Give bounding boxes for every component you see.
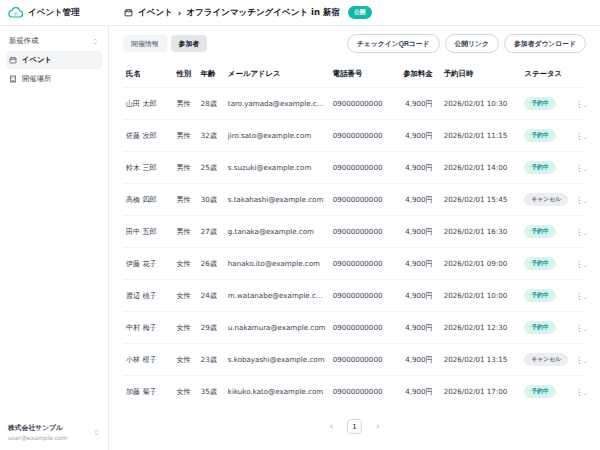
svg-text:p: p (14, 10, 17, 17)
kebab-menu-icon[interactable]: ⋮ (572, 312, 586, 344)
cell-email: m.watanabe@example.com (225, 280, 330, 312)
cell-age: 35歳 (198, 376, 225, 408)
cell-phone: 09000000000 (330, 216, 397, 248)
status-badge: 予約中 (524, 321, 555, 334)
tab-event-info[interactable]: 開催情報 (123, 35, 167, 52)
cell-reserved-at: 2026/02/01 17:00 (441, 376, 522, 408)
cell-status: 予約中 (521, 120, 571, 152)
kebab-menu-icon[interactable]: ⋮ (572, 376, 586, 408)
cell-phone: 09000000000 (330, 248, 397, 280)
download-participants-button[interactable]: 参加者ダウンロード (504, 34, 586, 53)
col-fee: 参加料金 (396, 61, 440, 88)
app-window: p イベント管理 イベント › オフラインマッチングイベント in 新宿 公開 … (0, 0, 600, 450)
breadcrumb: イベント › オフラインマッチングイベント in 新宿 公開 (109, 6, 372, 19)
cell-status: 予約中 (521, 152, 571, 184)
cell-email: s.kobayashi@example.com (225, 344, 330, 376)
tab-bar: 開催情報 参加者 (123, 35, 207, 52)
page-number[interactable]: 1 (347, 419, 362, 434)
table-row: 加藤 菊子女性35歳kikuko.kato@example.com0900000… (123, 376, 586, 408)
cell-name: 田中 五郎 (123, 216, 173, 248)
table-row: 山田 太郎男性28歳taro.yamada@example.com0900000… (123, 88, 586, 120)
checkin-qr-button[interactable]: チェックインQRコード (347, 34, 440, 53)
building-icon (9, 75, 17, 83)
cell-email: u.nakamura@example.com (225, 312, 330, 344)
cell-name: 中村 梅子 (123, 312, 173, 344)
pagination: ‹ 1 › (123, 419, 586, 434)
cell-gender: 男性 (173, 120, 197, 152)
calendar-icon (9, 56, 17, 64)
cell-gender: 女性 (173, 280, 197, 312)
prev-page-icon[interactable]: ‹ (325, 420, 337, 433)
cell-email: taro.yamada@example.com (225, 88, 330, 120)
cell-reserved-at: 2026/02/01 09:00 (441, 248, 522, 280)
kebab-menu-icon[interactable]: ⋮ (572, 280, 586, 312)
shell: 新規作成 イベント (0, 26, 600, 450)
kebab-menu-icon[interactable]: ⋮ (572, 120, 586, 152)
cell-fee: 4,900円 (396, 88, 440, 120)
app-title: イベント管理 (28, 7, 80, 19)
col-gender: 性別 (173, 61, 197, 88)
table-row: 渡辺 桃子女性24歳m.watanabe@example.com09000000… (123, 280, 586, 312)
public-link-button[interactable]: 公開リンク (445, 34, 499, 53)
cell-phone: 09000000000 (330, 152, 397, 184)
cell-phone: 09000000000 (330, 344, 397, 376)
sidebar-item-new[interactable]: 新規作成 (6, 32, 102, 50)
status-badge: 予約中 (524, 161, 555, 174)
cell-fee: 4,900円 (396, 120, 440, 152)
table-row: 鈴木 三郎男性25歳s.suzuki@example.com0900000000… (123, 152, 586, 184)
next-page-icon[interactable]: › (372, 420, 384, 433)
tab-participants[interactable]: 参加者 (171, 35, 208, 52)
calendar-icon (124, 8, 133, 17)
cell-fee: 4,900円 (396, 312, 440, 344)
cell-age: 30歳 (198, 184, 225, 216)
col-reserved-at: 予約日時 (441, 61, 522, 88)
cell-age: 32歳 (198, 120, 225, 152)
participants-table: 氏名 性別 年齢 メールアドレス 電話番号 参加料金 予約日時 ステータス 山田… (123, 61, 586, 407)
table-row: 高橋 四郎男性30歳s.takahashi@example.com0900000… (123, 184, 586, 216)
sidebar-item-venues[interactable]: 開催場所 (6, 70, 102, 88)
main-content: 開催情報 参加者 チェックインQRコード 公開リンク 参加者ダウンロード (109, 26, 600, 450)
cell-age: 28歳 (198, 88, 225, 120)
status-badge: 予約中 (524, 289, 555, 302)
cell-fee: 4,900円 (396, 376, 440, 408)
cell-age: 23歳 (198, 344, 225, 376)
company-name: 株式会社サンプル (8, 423, 68, 433)
cell-fee: 4,900円 (396, 184, 440, 216)
cell-age: 29歳 (198, 312, 225, 344)
kebab-menu-icon[interactable]: ⋮ (572, 248, 586, 280)
cell-age: 25歳 (198, 152, 225, 184)
cell-reserved-at: 2026/02/01 11:15 (441, 120, 522, 152)
status-badge: 予約中 (524, 225, 555, 238)
cell-email: hanako.ito@example.com (225, 248, 330, 280)
kebab-menu-icon[interactable]: ⋮ (572, 152, 586, 184)
kebab-menu-icon[interactable]: ⋮ (572, 344, 586, 376)
cell-email: s.suzuki@example.com (225, 152, 330, 184)
action-buttons: チェックインQRコード 公開リンク 参加者ダウンロード (347, 34, 586, 53)
status-badge: 予約中 (524, 97, 555, 110)
status-badge: 予約中 (524, 129, 555, 142)
cell-email: g.tanaka@example.com (225, 216, 330, 248)
breadcrumb-section[interactable]: イベント (138, 7, 173, 19)
col-age: 年齢 (198, 61, 225, 88)
updown-chevron-icon (92, 38, 99, 45)
new-item-label: 新規作成 (9, 36, 38, 46)
table-body: 山田 太郎男性28歳taro.yamada@example.com0900000… (123, 88, 586, 408)
cell-reserved-at: 2026/02/01 10:00 (441, 280, 522, 312)
brand: p イベント管理 (0, 7, 109, 19)
kebab-menu-icon[interactable]: ⋮ (572, 184, 586, 216)
cell-name: 加藤 菊子 (123, 376, 173, 408)
sidebar-item-events[interactable]: イベント (6, 51, 102, 69)
col-email: メールアドレス (225, 61, 330, 88)
account-switcher[interactable]: 株式会社サンプル user@example.com (6, 423, 102, 442)
cell-email: jiro.sato@example.com (225, 120, 330, 152)
kebab-menu-icon[interactable]: ⋮ (572, 216, 586, 248)
cell-reserved-at: 2026/02/01 14:00 (441, 152, 522, 184)
cell-status: 予約中 (521, 216, 571, 248)
cell-gender: 男性 (173, 88, 197, 120)
cell-reserved-at: 2026/02/01 12:30 (441, 312, 522, 344)
sidebar: 新規作成 イベント (0, 26, 109, 450)
cell-age: 26歳 (198, 248, 225, 280)
status-badge: 予約中 (524, 385, 555, 398)
cell-phone: 09000000000 (330, 88, 397, 120)
kebab-menu-icon[interactable]: ⋮ (572, 88, 586, 120)
